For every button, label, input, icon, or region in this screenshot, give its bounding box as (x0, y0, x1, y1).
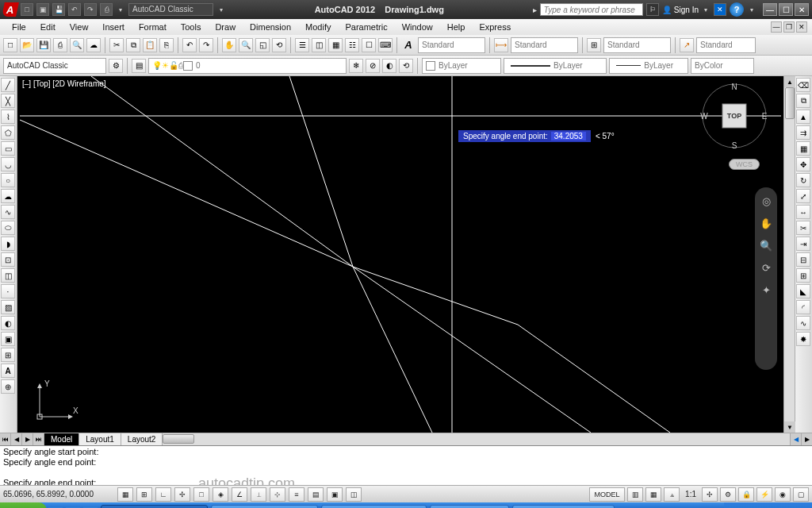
table-tool-icon[interactable]: ⊞ (1, 348, 15, 362)
props-icon[interactable]: ☰ (295, 38, 309, 52)
scroll-thumb-v[interactable] (785, 87, 795, 119)
trim-icon[interactable]: ✂ (796, 221, 810, 235)
maximize-button[interactable]: ☐ (779, 3, 793, 16)
ssm-icon[interactable]: ☷ (345, 38, 359, 52)
menu-express[interactable]: Express (472, 21, 518, 33)
doc-restore-button[interactable]: ❐ (783, 21, 795, 33)
zoom-rt-icon[interactable]: 🔍 (239, 38, 253, 52)
text-style-dropdown[interactable]: Standard (418, 37, 485, 53)
doc-close-button[interactable]: ✕ (796, 21, 807, 33)
fillet-icon[interactable]: ◜ (796, 300, 810, 314)
region-tool-icon[interactable]: ▣ (1, 332, 15, 346)
menu-file[interactable]: File (5, 21, 33, 33)
xline-tool-icon[interactable]: ╳ (1, 94, 15, 108)
wcs-badge[interactable]: WCS (729, 159, 760, 170)
layer-freeze-icon[interactable]: ❄ (349, 59, 363, 73)
rotate-icon[interactable]: ↻ (796, 173, 810, 187)
sc-toggle[interactable]: ◫ (346, 487, 362, 502)
qat-undo-icon[interactable]: ↶ (68, 3, 81, 16)
anno-vis-icon[interactable]: ✢ (702, 487, 718, 502)
color-dropdown[interactable]: ByLayer (422, 58, 501, 74)
revcloud-tool-icon[interactable]: ☁ (1, 189, 15, 203)
redo-icon[interactable]: ↷ (199, 38, 213, 52)
mleader-style-dropdown[interactable]: Standard (696, 37, 756, 53)
showmo-nav-icon[interactable]: ✦ (757, 281, 775, 298)
scroll-down-icon[interactable]: ▼ (784, 421, 795, 433)
help-icon[interactable]: ? (730, 2, 744, 17)
ellipse-arc-tool-icon[interactable]: ◗ (1, 237, 15, 251)
hardware-accel-icon[interactable]: ⚡ (756, 487, 772, 502)
block-tool-icon[interactable]: ⊡ (1, 252, 15, 267)
toolbar-lock-icon[interactable]: 🔒 (738, 487, 754, 502)
keyword-search-input[interactable] (540, 3, 643, 16)
rectangle-tool-icon[interactable]: ▭ (1, 141, 15, 156)
dim-style-dropdown[interactable]: Standard (511, 37, 578, 53)
menu-view[interactable]: View (63, 21, 96, 33)
array-icon[interactable]: ▦ (796, 141, 810, 156)
scroll-thumb-h[interactable] (163, 434, 194, 444)
3dosnap-toggle[interactable]: ◈ (213, 487, 228, 502)
ducs-toggle[interactable]: ⟂ (251, 487, 266, 502)
layer-props-icon[interactable]: ▤ (132, 59, 146, 73)
layer-prev-icon[interactable]: ⟲ (399, 59, 413, 73)
model-button[interactable]: MODEL (589, 487, 625, 502)
task-firefox[interactable]: Edit Post ‹ AutoCAD ... (321, 505, 427, 508)
calc-icon[interactable]: ⌨ (378, 38, 393, 52)
tab-model[interactable]: Model (44, 433, 79, 445)
qat-print-icon[interactable]: ⎙ (100, 3, 113, 16)
offset-icon[interactable]: ⇉ (796, 125, 810, 140)
app-logo-icon[interactable]: A (2, 2, 19, 17)
dc-icon[interactable]: ◫ (312, 38, 326, 52)
ws-switch-icon[interactable]: ⚙ (720, 487, 736, 502)
preview-icon[interactable]: 🔍 (70, 38, 84, 52)
pan-icon[interactable]: ✋ (222, 38, 236, 52)
start-button[interactable]: ⊞ start (0, 502, 47, 508)
snap-toggle[interactable]: ▦ (117, 487, 133, 502)
explode-icon[interactable]: ✸ (796, 332, 810, 346)
menu-insert[interactable]: Insert (95, 21, 132, 33)
erase-icon[interactable]: ⌫ (796, 78, 810, 92)
vertical-scrollbar[interactable]: ▲ ▼ (783, 76, 795, 433)
viewcube[interactable]: TOP N S E W (699, 81, 769, 151)
hatch-tool-icon[interactable]: ▨ (1, 300, 15, 314)
menu-window[interactable]: Window (395, 21, 440, 33)
pan-nav-icon[interactable]: ✋ (757, 214, 775, 232)
open-icon[interactable]: 📂 (20, 38, 34, 52)
arc-tool-icon[interactable]: ◡ (1, 157, 15, 171)
osnap-toggle[interactable]: □ (193, 487, 209, 502)
tp-icon[interactable]: ▦ (328, 38, 343, 52)
help-chevron-icon[interactable]: ▾ (747, 6, 756, 13)
horizontal-scrollbar[interactable] (163, 433, 790, 445)
tab-first-icon[interactable]: ⏮ (0, 433, 11, 445)
blend-icon[interactable]: ∿ (796, 316, 810, 330)
paste-icon[interactable]: 📋 (143, 38, 157, 52)
text-style-icon[interactable]: A (401, 38, 416, 52)
publish-icon[interactable]: ☁ (86, 38, 101, 52)
command-window[interactable]: Specify angle start point: Specify angle… (0, 445, 812, 485)
menu-edit[interactable]: Edit (33, 21, 63, 33)
minimize-button[interactable]: — (763, 3, 777, 16)
move-icon[interactable]: ✥ (796, 157, 810, 171)
zoom-win-icon[interactable]: ◱ (255, 38, 270, 52)
dyn-value-input[interactable]: 34.2053 (551, 132, 586, 140)
menu-format[interactable]: Format (132, 21, 174, 33)
layer-iso-icon[interactable]: ◐ (382, 59, 396, 73)
plotstyle-dropdown[interactable]: ByColor (691, 58, 754, 74)
tpy-toggle[interactable]: ▤ (308, 487, 324, 502)
copy-obj-icon[interactable]: ⧉ (796, 94, 810, 108)
table-style-dropdown[interactable]: Standard (603, 37, 671, 53)
break-icon[interactable]: ⊟ (796, 252, 810, 267)
ellipse-tool-icon[interactable]: ⬭ (1, 221, 15, 235)
isolate-icon[interactable]: ◉ (775, 487, 791, 502)
make-block-icon[interactable]: ◫ (1, 268, 15, 283)
workspace-dropdown[interactable]: AutoCAD Classic (128, 3, 213, 16)
mleader-style-icon[interactable]: ↗ (680, 38, 694, 52)
tab-last-icon[interactable]: ⏭ (33, 433, 44, 445)
mirror-icon[interactable]: ▲ (796, 110, 810, 124)
tab-layout2[interactable]: Layout2 (121, 433, 163, 445)
plot-icon[interactable]: ⎙ (53, 38, 67, 52)
zoom-prev-icon[interactable]: ⟲ (272, 38, 286, 52)
viewport-label[interactable]: [–] [Top] [2D Wireframe] (22, 79, 106, 88)
menu-parametric[interactable]: Parametric (338, 21, 394, 33)
dim-style-icon[interactable]: ⟼ (494, 38, 508, 52)
